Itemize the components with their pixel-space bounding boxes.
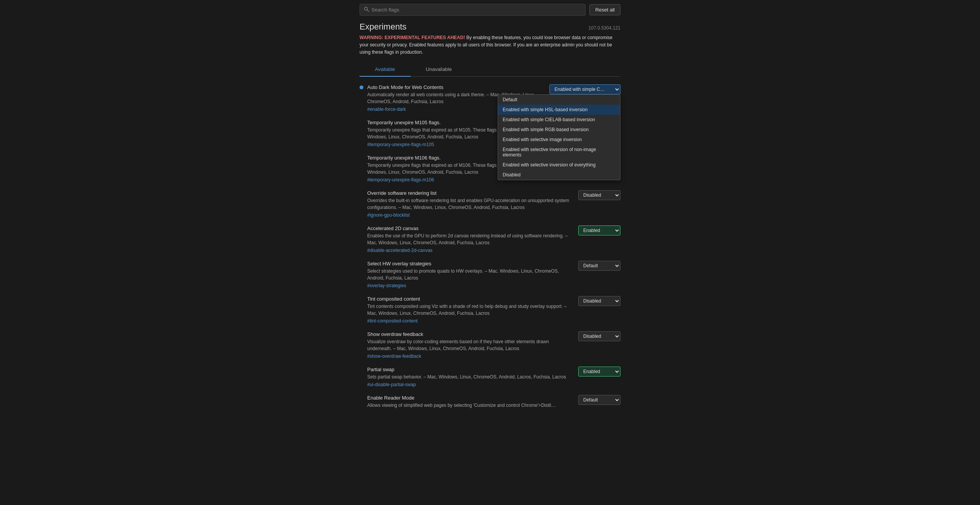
flag-indicator-none-overlay bbox=[360, 262, 363, 266]
flag-content-tint: Tint composited content Tint contents co… bbox=[367, 296, 574, 324]
flag-description-canvas: Enables the use of the GPU to perform 2d… bbox=[367, 232, 574, 246]
dropdown-option-hsl[interactable]: Enabled with simple HSL-based inversion bbox=[498, 105, 620, 115]
flag-content-overlay: Select HW overlay strategies Select stra… bbox=[367, 261, 574, 288]
svg-line-1 bbox=[367, 10, 369, 12]
flag-title-tint: Tint composited content bbox=[367, 296, 574, 302]
flag-title-canvas: Accelerated 2D canvas bbox=[367, 225, 574, 231]
flag-control-pswap: Enabled bbox=[578, 367, 620, 377]
flag-override-software: Override software rendering list Overrid… bbox=[360, 190, 620, 218]
flag-select-overlay[interactable]: Default bbox=[578, 261, 620, 271]
flag-reader-mode: Enable Reader Mode Allows viewing of sim… bbox=[360, 395, 620, 410]
flag-select-tint[interactable]: Disabled bbox=[578, 296, 620, 306]
flag-content-overdraw: Show overdraw feedback Visualize overdra… bbox=[367, 331, 574, 359]
flag-control-tint: Disabled bbox=[578, 296, 620, 306]
flag-title-overlay: Select HW overlay strategies bbox=[367, 261, 574, 266]
page-wrapper: Reset all Experiments 107.0.5304.121 WAR… bbox=[0, 0, 980, 433]
flag-description-overlay: Select strategies used to promote quads … bbox=[367, 268, 574, 281]
flag-description-reader: Allows viewing of simplified web pages b… bbox=[367, 402, 574, 409]
flag-indicator-none-m106 bbox=[360, 156, 363, 160]
title-row: Experiments 107.0.5304.121 bbox=[360, 22, 620, 32]
flag-description-tint: Tint contents composited using Viz with … bbox=[367, 303, 574, 317]
flag-overdraw: Show overdraw feedback Visualize overdra… bbox=[360, 331, 620, 359]
svg-point-0 bbox=[365, 7, 368, 10]
flag-description-overdraw: Visualize overdraw by color-coding eleme… bbox=[367, 338, 574, 352]
reset-all-button[interactable]: Reset all bbox=[589, 4, 620, 15]
flag-select-auto-dark[interactable]: Enabled with simple C… bbox=[549, 84, 620, 94]
flag-partial-swap: Partial swap Sets partial swap behavior.… bbox=[360, 367, 620, 387]
flag-title-override: Override software rendering list bbox=[367, 190, 574, 196]
flag-indicator-none-pswap bbox=[360, 368, 363, 372]
flag-link-overlay[interactable]: #overlay-strategies bbox=[367, 283, 406, 288]
flag-content-canvas: Accelerated 2D canvas Enables the use of… bbox=[367, 225, 574, 253]
flag-indicator-none bbox=[360, 121, 363, 125]
flag-select-override[interactable]: Disabled bbox=[578, 190, 620, 200]
search-bar-row: Reset all bbox=[360, 4, 620, 16]
version-text: 107.0.5304.121 bbox=[589, 25, 620, 31]
flag-link-canvas[interactable]: #disable-accelerated-2d-canvas bbox=[367, 248, 432, 253]
flag-control: Enabled with simple C… Default Enabled w… bbox=[549, 84, 620, 94]
flag-title: Auto Dark Mode for Web Contents bbox=[367, 84, 546, 90]
flag-accelerated-canvas: Accelerated 2D canvas Enables the use of… bbox=[360, 225, 620, 253]
search-box bbox=[360, 4, 586, 16]
flag-content-override: Override software rendering list Overrid… bbox=[367, 190, 574, 218]
flag-indicator-none-canvas bbox=[360, 227, 363, 230]
dropdown-option-default[interactable]: Default bbox=[498, 95, 620, 105]
dropdown-option-disabled[interactable]: Disabled bbox=[498, 170, 620, 180]
warning-highlight: WARNING: EXPERIMENTAL FEATURES AHEAD! bbox=[360, 35, 465, 40]
warning-text: WARNING: EXPERIMENTAL FEATURES AHEAD! By… bbox=[360, 34, 620, 56]
page-title: Experiments bbox=[360, 22, 406, 32]
flag-link-overdraw[interactable]: #show-overdraw-feedback bbox=[367, 354, 421, 359]
flag-select-canvas[interactable]: Enabled bbox=[578, 225, 620, 235]
tab-available[interactable]: Available bbox=[360, 63, 411, 77]
flag-title-reader: Enable Reader Mode bbox=[367, 395, 574, 401]
flag-title-overdraw: Show overdraw feedback bbox=[367, 331, 574, 337]
flag-control-canvas: Enabled bbox=[578, 225, 620, 235]
flag-content-pswap: Partial swap Sets partial swap behavior.… bbox=[367, 367, 574, 387]
flag-hw-overlay: Select HW overlay strategies Select stra… bbox=[360, 261, 620, 288]
flag-description-pswap: Sets partial swap behavior. – Mac, Windo… bbox=[367, 373, 574, 380]
flag-control-overlay: Default bbox=[578, 261, 620, 271]
flag-select-reader[interactable]: Default bbox=[578, 395, 620, 405]
flag-link-m106[interactable]: #temporary-unexpire-flags-m106 bbox=[367, 177, 434, 183]
flag-control-overdraw: Disabled bbox=[578, 331, 620, 341]
dropdown-option-selective-image[interactable]: Enabled with selective image inversion bbox=[498, 135, 620, 145]
flag-control-override: Disabled bbox=[578, 190, 620, 200]
search-icon bbox=[364, 7, 369, 13]
flag-select-pswap[interactable]: Enabled bbox=[578, 367, 620, 377]
flag-link-override[interactable]: #ignore-gpu-blocklist bbox=[367, 212, 410, 218]
flag-indicator-none-override bbox=[360, 191, 363, 195]
flag-link-tint[interactable]: #tint-composited-content bbox=[367, 318, 417, 324]
flag-description-override: Overrides the built-in software renderin… bbox=[367, 197, 574, 211]
dropdown-option-cielab[interactable]: Enabled with simple CIELAB-based inversi… bbox=[498, 115, 620, 125]
flag-title-pswap: Partial swap bbox=[367, 367, 574, 372]
flag-indicator-none-overdraw bbox=[360, 332, 363, 336]
flag-indicator-none-reader bbox=[360, 396, 363, 400]
flag-indicator-none-tint bbox=[360, 297, 363, 301]
flag-auto-dark-mode: Auto Dark Mode for Web Contents Automati… bbox=[360, 84, 620, 112]
flag-link[interactable]: #enable-force-dark bbox=[367, 107, 406, 112]
flag-content-reader: Enable Reader Mode Allows viewing of sim… bbox=[367, 395, 574, 410]
tab-unavailable[interactable]: Unavailable bbox=[411, 63, 467, 77]
dropdown-option-rgb[interactable]: Enabled with simple RGB-based inversion bbox=[498, 125, 620, 135]
flag-link-m105[interactable]: #temporary-unexpire-flags-m105 bbox=[367, 142, 434, 147]
main-container: Experiments 107.0.5304.121 WARNING: EXPE… bbox=[360, 22, 620, 418]
flag-link-pswap[interactable]: #ui-disable-partial-swap bbox=[367, 382, 416, 387]
flag-tint-composited: Tint composited content Tint contents co… bbox=[360, 296, 620, 324]
tabs-row: Available Unavailable bbox=[360, 63, 620, 77]
search-input[interactable] bbox=[371, 7, 581, 13]
dropdown-overlay: Default Enabled with simple HSL-based in… bbox=[498, 94, 620, 180]
dropdown-option-selective-everything[interactable]: Enabled with selective inversion of ever… bbox=[498, 160, 620, 170]
dropdown-option-selective-non-image[interactable]: Enabled with selective inversion of non-… bbox=[498, 145, 620, 160]
flag-select-overdraw[interactable]: Disabled bbox=[578, 331, 620, 341]
flag-control-reader: Default bbox=[578, 395, 620, 405]
flag-indicator-blue bbox=[360, 86, 363, 89]
